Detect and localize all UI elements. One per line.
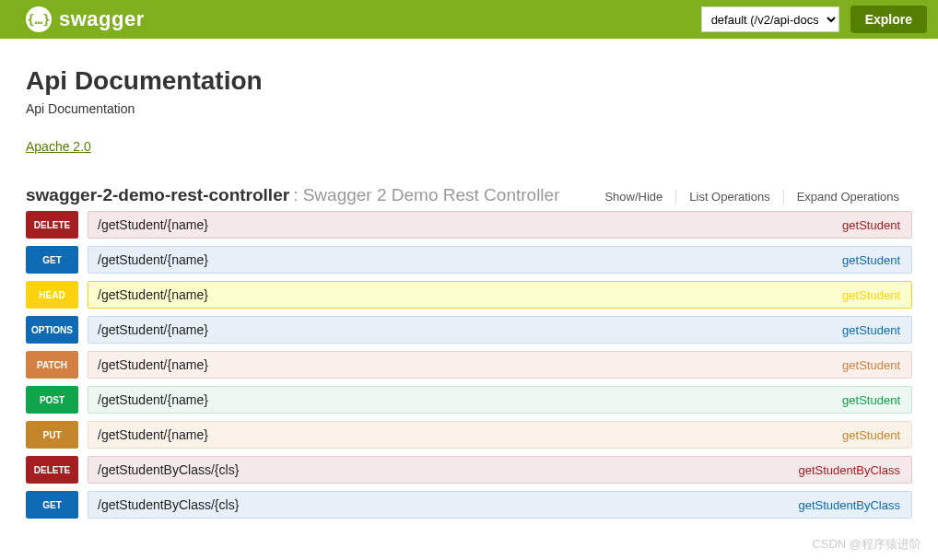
operation-body[interactable]: /getStudent/{name}getStudent — [88, 211, 912, 239]
license-link[interactable]: Apache 2.0 — [26, 139, 91, 154]
swagger-icon: {…} — [26, 6, 52, 32]
operation-action-link[interactable]: getStudent — [842, 323, 902, 337]
method-badge[interactable]: PATCH — [26, 351, 78, 379]
operation-body[interactable]: /getStudentByClass/{cls}getStudentByClas… — [88, 456, 912, 484]
operation-row[interactable]: DELETE/getStudent/{name}getStudent — [26, 211, 912, 239]
operation-body[interactable]: /getStudentByClass/{cls}getStudentByClas… — [88, 491, 912, 519]
operation-body[interactable]: /getStudent/{name}getStudent — [88, 281, 912, 309]
operation-body[interactable]: /getStudent/{name}getStudent — [88, 386, 912, 414]
spec-select[interactable]: default (/v2/api-docs) — [701, 6, 839, 32]
method-badge[interactable]: OPTIONS — [26, 316, 78, 344]
api-title: Api Documentation — [26, 66, 912, 96]
operation-row[interactable]: PATCH/getStudent/{name}getStudent — [26, 351, 912, 379]
operation-path: /getStudent/{name} — [88, 427, 208, 442]
expand-operations-link[interactable]: Expand Operations — [783, 190, 912, 204]
operation-row[interactable]: PUT/getStudent/{name}getStudent — [26, 421, 912, 449]
method-badge[interactable]: DELETE — [26, 456, 78, 484]
operation-row[interactable]: HEAD/getStudent/{name}getStudent — [26, 281, 912, 309]
resource-desc: : Swagger 2 Demo Rest Controller — [293, 185, 559, 205]
operation-path: /getStudent/{name} — [88, 322, 208, 337]
operation-path: /getStudent/{name} — [88, 392, 208, 407]
app-header: {…} swagger default (/v2/api-docs) Explo… — [0, 0, 938, 39]
operations-list: DELETE/getStudent/{name}getStudentGET/ge… — [0, 211, 938, 535]
method-badge[interactable]: PUT — [26, 421, 78, 449]
method-badge[interactable]: DELETE — [26, 211, 78, 239]
operation-action-link[interactable]: getStudent — [842, 253, 902, 267]
operation-action-link[interactable]: getStudent — [842, 428, 902, 442]
operation-row[interactable]: POST/getStudent/{name}getStudent — [26, 386, 912, 414]
operation-body[interactable]: /getStudent/{name}getStudent — [88, 351, 912, 379]
operation-path: /getStudent/{name} — [88, 252, 208, 267]
list-operations-link[interactable]: List Operations — [675, 190, 782, 204]
resource-header: swagger-2-demo-rest-controller : Swagger… — [26, 185, 912, 211]
operation-row[interactable]: GET/getStudent/{name}getStudent — [26, 246, 912, 274]
logo: {…} swagger — [26, 6, 145, 32]
operation-path: /getStudent/{name} — [88, 357, 208, 372]
operation-body[interactable]: /getStudent/{name}getStudent — [88, 421, 912, 449]
operation-action-link[interactable]: getStudentByClass — [798, 498, 902, 512]
header-right: default (/v2/api-docs) Explore — [701, 6, 927, 33]
method-badge[interactable]: GET — [26, 246, 78, 274]
method-badge[interactable]: POST — [26, 386, 78, 414]
operation-action-link[interactable]: getStudentByClass — [798, 463, 902, 477]
resource-controls: Show/Hide List Operations Expand Operati… — [592, 190, 912, 204]
operation-path: /getStudent/{name} — [88, 287, 208, 302]
operation-action-link[interactable]: getStudent — [842, 393, 902, 407]
logo-text: swagger — [59, 7, 145, 31]
operation-path: /getStudentByClass/{cls} — [88, 462, 239, 477]
operation-action-link[interactable]: getStudent — [842, 218, 902, 232]
operation-path: /getStudent/{name} — [88, 217, 208, 232]
operation-body[interactable]: /getStudent/{name}getStudent — [88, 316, 912, 344]
operation-body[interactable]: /getStudent/{name}getStudent — [88, 246, 912, 274]
resource-name[interactable]: swagger-2-demo-rest-controller — [26, 185, 289, 205]
operation-row[interactable]: OPTIONS/getStudent/{name}getStudent — [26, 316, 912, 344]
operation-row[interactable]: DELETE/getStudentByClass/{cls}getStudent… — [26, 456, 912, 484]
explore-button[interactable]: Explore — [850, 6, 927, 33]
operation-action-link[interactable]: getStudent — [842, 358, 902, 372]
method-badge[interactable]: HEAD — [26, 281, 78, 309]
operation-path: /getStudentByClass/{cls} — [88, 497, 239, 512]
show-hide-link[interactable]: Show/Hide — [592, 190, 675, 204]
info-section: Api Documentation Api Documentation Apac… — [0, 39, 938, 211]
api-subtitle: Api Documentation — [26, 101, 912, 116]
operation-action-link[interactable]: getStudent — [842, 288, 902, 302]
operation-row[interactable]: GET/getStudentByClass/{cls}getStudentByC… — [26, 491, 912, 519]
method-badge[interactable]: GET — [26, 491, 78, 519]
